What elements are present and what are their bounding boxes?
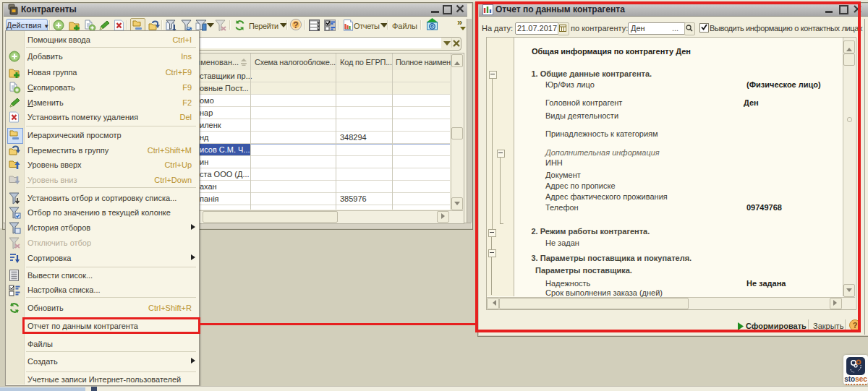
svg-text:?: ?: [293, 20, 298, 30]
